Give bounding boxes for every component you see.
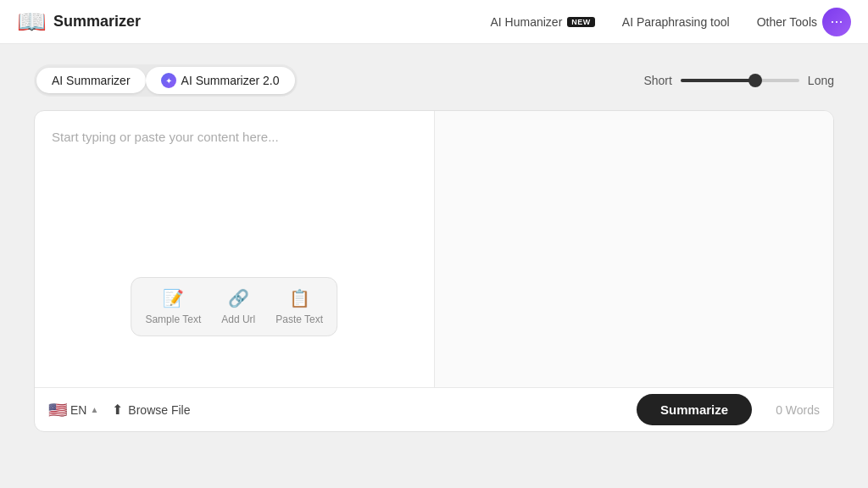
nav-label-humanizer: AI Humanizer <box>490 15 562 29</box>
right-panel <box>435 111 834 387</box>
length-control: Short Long <box>643 74 834 87</box>
editor-container: Start typing or paste your content here.… <box>34 110 834 432</box>
new-badge: NEW <box>567 17 595 27</box>
browse-file-button[interactable]: ⬆ Browse File <box>112 402 190 418</box>
editor-panels: Start typing or paste your content here.… <box>35 111 833 387</box>
nav-item-paraphrasing[interactable]: AI Paraphrasing tool <box>622 15 730 29</box>
word-count: 0 Words <box>776 403 820 417</box>
nav-item-humanizer[interactable]: AI Humanizer NEW <box>490 15 594 29</box>
length-slider[interactable] <box>681 79 799 82</box>
tab2-icon: ✦ <box>161 73 176 88</box>
action-paste-text[interactable]: 📋 Paste Text <box>275 288 323 325</box>
nav-item-other-tools[interactable]: Other Tools <box>757 15 817 29</box>
flag-icon: 🇺🇸 <box>48 401 67 419</box>
paste-text-label: Paste Text <box>275 313 323 325</box>
avatar-icon: ··· <box>830 13 843 30</box>
avatar-button[interactable]: ··· <box>822 8 851 36</box>
nav-label-other-tools: Other Tools <box>757 15 817 29</box>
nav: AI Humanizer NEW AI Paraphrasing tool Ot… <box>490 15 817 29</box>
bottom-bar: 🇺🇸 EN ▲ ⬆ Browse File Summarize 0 Words <box>35 387 833 431</box>
left-panel[interactable]: Start typing or paste your content here.… <box>35 111 435 387</box>
add-url-label: Add Url <box>221 313 255 325</box>
add-url-icon: 🔗 <box>228 288 249 308</box>
slider-fill <box>681 79 758 82</box>
long-label: Long <box>808 74 834 87</box>
logo-area: 📖 Summarizer <box>17 8 141 36</box>
short-label: Short <box>643 74 671 87</box>
caret-icon: ▲ <box>90 405 98 414</box>
paste-text-icon: 📋 <box>289 288 310 308</box>
sample-text-label: Sample Text <box>145 313 201 325</box>
header: 📖 Summarizer AI Humanizer NEW AI Paraphr… <box>0 0 868 44</box>
editor-placeholder: Start typing or paste your content here.… <box>52 128 417 147</box>
logo-text: Summarizer <box>53 13 141 30</box>
action-cards: 📝 Sample Text 🔗 Add Url 📋 Paste Text <box>131 277 337 336</box>
tool-tabs-row: AI Summarizer ✦ AI Summarizer 2.0 Short … <box>34 64 834 97</box>
lang-code: EN <box>70 403 86 417</box>
tab2-label: AI Summarizer 2.0 <box>181 74 280 87</box>
upload-icon: ⬆ <box>112 402 123 418</box>
main-content: AI Summarizer ✦ AI Summarizer 2.0 Short … <box>0 44 868 488</box>
nav-label-paraphrasing: AI Paraphrasing tool <box>622 15 730 29</box>
tab-summarizer-2[interactable]: ✦ AI Summarizer 2.0 <box>146 67 295 94</box>
tab-summarizer-1[interactable]: AI Summarizer <box>36 68 146 93</box>
action-add-url[interactable]: 🔗 Add Url <box>221 288 255 325</box>
slider-thumb[interactable] <box>748 74 762 87</box>
summarize-button[interactable]: Summarize <box>637 394 752 425</box>
language-selector[interactable]: 🇺🇸 EN ▲ <box>48 401 98 419</box>
tab-group: AI Summarizer ✦ AI Summarizer 2.0 <box>34 64 298 97</box>
browse-label: Browse File <box>128 403 190 417</box>
sample-text-icon: 📝 <box>163 288 184 308</box>
action-sample-text[interactable]: 📝 Sample Text <box>145 288 201 325</box>
logo-icon: 📖 <box>17 8 47 36</box>
